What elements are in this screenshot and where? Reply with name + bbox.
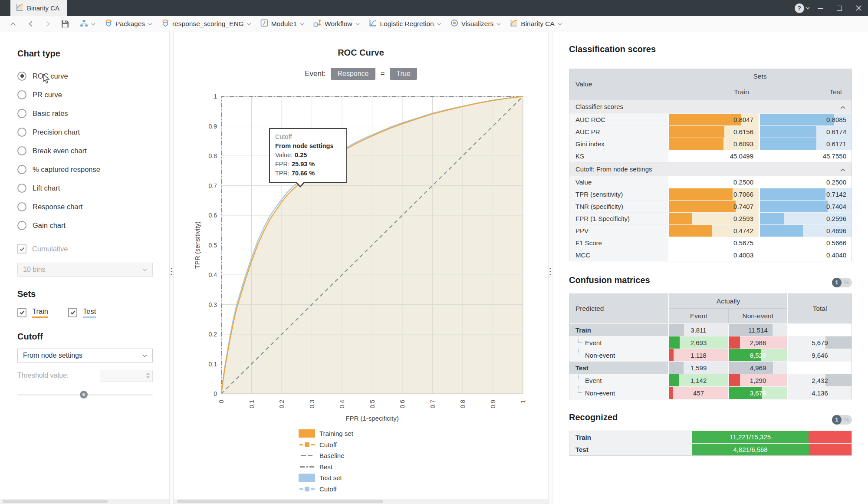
breadcrumb-item-logistic-regretion[interactable]: Logistic Regretion [369, 19, 441, 29]
radio-button[interactable] [17, 184, 26, 193]
breadcrumb-item-visualizers[interactable]: Visualizers [450, 19, 501, 29]
radio-button[interactable] [17, 165, 26, 174]
cumulative-label: Cumulative [32, 245, 68, 253]
breadcrumb-item-item[interactable] [80, 20, 95, 29]
score-label: Value [569, 176, 668, 188]
event-label: Event: [305, 69, 326, 78]
sets-title: Sets [17, 289, 36, 299]
close-button[interactable] [849, 0, 868, 16]
panel-splitter[interactable] [548, 32, 552, 504]
tree-connector-icon [578, 374, 582, 380]
toggle-count-option[interactable]: 1 [832, 278, 842, 287]
breadcrumb-item-module1[interactable]: Module1 [260, 19, 304, 29]
chart-type-option-lift-chart[interactable]: Lift chart [17, 181, 60, 194]
breadcrumb-item-binarity-ca[interactable]: Binarity CA [510, 19, 562, 29]
package-icon [105, 19, 112, 29]
scores-section-cutoff-from-node-settings[interactable]: Cutoff: From node settings [569, 162, 852, 176]
radio-button[interactable] [17, 72, 26, 81]
test-checkbox[interactable] [68, 308, 77, 317]
score-row-tpr-sensitivity: TPR (sensitivity)0.70660.7142 [569, 188, 852, 200]
cumulative-checkbox[interactable] [17, 244, 26, 254]
scrollbar-thumb[interactable] [3, 500, 108, 503]
nav-forward-button[interactable] [39, 16, 56, 32]
breadcrumb-item-response-scoring-eng[interactable]: response_scoring_ENG [161, 19, 251, 29]
toggle-percent-option[interactable]: % [844, 417, 849, 423]
confusion-matrix-table: PredictedActuallyEventNon-eventTotalTrai… [569, 293, 852, 399]
score-label: PPV [569, 225, 668, 237]
toggle-percent-option[interactable]: % [844, 280, 849, 286]
radio-button[interactable] [17, 146, 26, 155]
confusion-cell: 457 [668, 387, 728, 399]
toggle-count-option[interactable]: 1 [832, 415, 842, 425]
train-label[interactable]: Train [32, 307, 48, 318]
score-label: TNR (specificity) [569, 201, 668, 212]
collapse-chevron-icon[interactable] [840, 165, 845, 173]
bins-select[interactable]: 10 bins [17, 263, 153, 277]
radio-button[interactable] [17, 90, 26, 99]
radio-button[interactable] [17, 202, 26, 211]
legend-label: Best [319, 463, 332, 471]
threshold-input[interactable] [100, 370, 153, 382]
breadcrumb-item-workflow[interactable]: Workflow [313, 19, 359, 29]
help-button[interactable]: ? [793, 0, 811, 16]
threshold-slider[interactable] [17, 394, 153, 395]
scrollbar-thumb[interactable] [177, 500, 383, 503]
event-value-badge[interactable]: True [390, 68, 417, 80]
panel-splitter[interactable] [169, 32, 174, 504]
binarity-icon [510, 19, 518, 29]
regression-icon [369, 19, 377, 29]
radio-button[interactable] [17, 221, 26, 230]
x-tick-label: 0.3 [309, 400, 316, 408]
predicted-class-label: Non-event [569, 349, 668, 361]
x-tick-label: 0.1 [248, 400, 255, 408]
chart-type-option-captured-response[interactable]: % captured response [17, 163, 100, 176]
confusion-count-percent-toggle[interactable]: 1 % [832, 278, 852, 287]
cumulative-checkbox-row[interactable]: Cumulative [17, 244, 68, 254]
chart-type-option-response-chart[interactable]: Response chart [17, 200, 83, 213]
minimize-button[interactable] [811, 0, 830, 16]
tab-binarity-ca[interactable]: Binarity CA [10, 0, 67, 16]
score-row-tnr-specificity: TNR (specificity)0.74070.7404 [569, 200, 852, 212]
event-field-badge[interactable]: Responce [331, 68, 375, 80]
score-row-ks: KS45.049945.7550 [569, 150, 852, 162]
scores-section-classifier-scores[interactable]: Classifier scores [569, 99, 852, 113]
chart-type-option-pr-curve[interactable]: PR curve [17, 88, 62, 101]
nav-up-button[interactable] [4, 16, 22, 32]
score-cell: 0.8085 [759, 114, 852, 125]
score-cell: 0.7404 [759, 201, 852, 212]
tooltip-row-value: Value:0.25 [275, 151, 341, 160]
radio-button[interactable] [17, 109, 26, 118]
spinner-arrows[interactable] [146, 372, 150, 379]
slider-handle[interactable] [80, 391, 88, 399]
chart-type-option-precision-chart[interactable]: Precision chart [17, 125, 80, 138]
collapse-chevron-icon[interactable] [840, 103, 845, 110]
chart-type-option-roc-curve[interactable]: ROC curve [17, 69, 68, 82]
tooltip-title: Cutoff [275, 132, 341, 142]
breadcrumb-item-packages[interactable]: Packages [105, 19, 152, 29]
save-button[interactable] [56, 16, 74, 32]
splitter-handle[interactable] [549, 267, 552, 277]
y-axis-label: TPR (sensitivity) [194, 221, 201, 269]
radio-button[interactable] [17, 128, 26, 137]
y-tick-label: 0.6 [209, 212, 217, 219]
recognized-count-percent-toggle[interactable]: 1 % [832, 415, 852, 425]
chart-type-option-gain-chart[interactable]: Gain chart [17, 219, 66, 232]
recognized-incorrect-bar [809, 444, 852, 455]
total-header: Total [787, 294, 852, 323]
chart-type-option-basic-rates[interactable]: Basic rates [17, 107, 68, 120]
splitter-handle[interactable] [170, 267, 174, 277]
nav-back-button[interactable] [22, 16, 39, 32]
hierarchy-icon [80, 20, 88, 29]
chevron-down-icon [300, 23, 304, 26]
train-set-checkbox-row[interactable]: Train [17, 307, 48, 318]
chart-type-option-break-even-chart[interactable]: Break even chart [17, 144, 87, 157]
summary-cell: 4,969 [728, 362, 787, 374]
cutoff-mode-select[interactable]: From node settings [17, 349, 153, 362]
legend-label: Training set [319, 430, 353, 437]
event-header: Event [669, 309, 728, 323]
maximize-button[interactable] [830, 0, 849, 16]
train-checkbox[interactable] [17, 308, 26, 317]
test-set-checkbox-row[interactable]: Test [68, 307, 96, 318]
score-cell: 0.6156 [668, 126, 759, 138]
test-label[interactable]: Test [83, 307, 96, 318]
